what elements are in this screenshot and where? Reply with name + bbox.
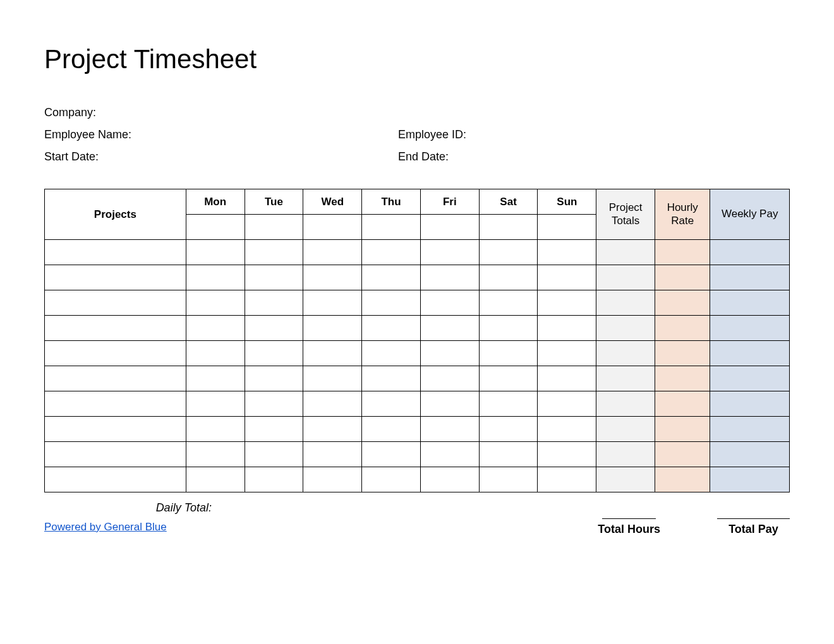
hours-cell[interactable] <box>303 265 362 290</box>
hours-cell[interactable] <box>538 290 596 316</box>
hours-cell[interactable] <box>538 240 596 265</box>
hourly-rate-cell[interactable] <box>655 341 710 366</box>
hours-cell[interactable] <box>420 290 479 316</box>
hours-cell[interactable] <box>362 265 421 290</box>
hours-cell[interactable] <box>245 417 303 442</box>
hourly-rate-cell[interactable] <box>655 391 710 417</box>
hours-cell[interactable] <box>303 391 362 417</box>
hours-cell[interactable] <box>245 240 303 265</box>
hours-cell[interactable] <box>245 265 303 290</box>
hours-cell[interactable] <box>479 417 538 442</box>
project-cell[interactable] <box>45 366 186 391</box>
project-cell[interactable] <box>45 290 186 316</box>
hours-cell[interactable] <box>245 290 303 316</box>
hours-cell[interactable] <box>303 240 362 265</box>
hours-cell[interactable] <box>245 316 303 341</box>
hours-cell[interactable] <box>538 366 596 391</box>
project-cell[interactable] <box>45 341 186 366</box>
hours-cell[interactable] <box>538 391 596 417</box>
hours-cell[interactable] <box>362 341 421 366</box>
hourly-rate-cell[interactable] <box>655 417 710 442</box>
hours-cell[interactable] <box>420 316 479 341</box>
hours-cell[interactable] <box>362 316 421 341</box>
hours-cell[interactable] <box>303 341 362 366</box>
day-header-thu: Thu <box>362 189 421 215</box>
hours-cell[interactable] <box>245 366 303 391</box>
hours-cell[interactable] <box>362 240 421 265</box>
hours-cell[interactable] <box>479 442 538 467</box>
hours-cell[interactable] <box>245 391 303 417</box>
hours-cell[interactable] <box>303 442 362 467</box>
hours-cell[interactable] <box>538 467 596 492</box>
hours-cell[interactable] <box>362 391 421 417</box>
hours-cell[interactable] <box>303 316 362 341</box>
hours-cell[interactable] <box>186 265 245 290</box>
hours-cell[interactable] <box>186 417 245 442</box>
hours-cell[interactable] <box>538 417 596 442</box>
hourly-rate-cell[interactable] <box>655 316 710 341</box>
hours-cell[interactable] <box>420 391 479 417</box>
hours-cell[interactable] <box>538 442 596 467</box>
hours-cell[interactable] <box>538 341 596 366</box>
hours-cell[interactable] <box>420 240 479 265</box>
project-cell[interactable] <box>45 265 186 290</box>
hours-cell[interactable] <box>362 417 421 442</box>
weekly-pay-cell <box>710 316 790 341</box>
hourly-rate-cell[interactable] <box>655 442 710 467</box>
hours-cell[interactable] <box>186 290 245 316</box>
hours-cell[interactable] <box>245 467 303 492</box>
hours-cell[interactable] <box>186 341 245 366</box>
hours-cell[interactable] <box>420 366 479 391</box>
hourly-rate-cell[interactable] <box>655 290 710 316</box>
hours-cell[interactable] <box>538 316 596 341</box>
hours-cell[interactable] <box>362 467 421 492</box>
hourly-rate-cell[interactable] <box>655 265 710 290</box>
hours-cell[interactable] <box>186 366 245 391</box>
hours-cell[interactable] <box>420 417 479 442</box>
hours-cell[interactable] <box>186 467 245 492</box>
hourly-rate-cell[interactable] <box>655 366 710 391</box>
project-cell[interactable] <box>45 391 186 417</box>
hours-cell[interactable] <box>186 391 245 417</box>
hours-cell[interactable] <box>362 442 421 467</box>
project-total-cell <box>596 366 655 391</box>
project-cell[interactable] <box>45 316 186 341</box>
hours-cell[interactable] <box>420 467 479 492</box>
project-cell[interactable] <box>45 442 186 467</box>
hours-cell[interactable] <box>303 467 362 492</box>
hours-cell[interactable] <box>245 442 303 467</box>
date-cell <box>245 215 303 240</box>
hours-cell[interactable] <box>420 265 479 290</box>
hours-cell[interactable] <box>186 442 245 467</box>
hours-cell[interactable] <box>186 240 245 265</box>
hours-cell[interactable] <box>479 290 538 316</box>
hours-cell[interactable] <box>362 290 421 316</box>
project-cell[interactable] <box>45 240 186 265</box>
hours-cell[interactable] <box>303 366 362 391</box>
table-row <box>45 366 790 391</box>
project-cell[interactable] <box>45 417 186 442</box>
hours-cell[interactable] <box>479 316 538 341</box>
project-cell[interactable] <box>45 467 186 492</box>
hours-cell[interactable] <box>479 467 538 492</box>
hourly-rate-cell[interactable] <box>655 240 710 265</box>
project-total-cell <box>596 316 655 341</box>
end-date-label: End Date: <box>398 150 790 164</box>
powered-by-link[interactable]: Powered by General Blue <box>44 521 167 534</box>
hours-cell[interactable] <box>479 366 538 391</box>
hours-cell[interactable] <box>303 290 362 316</box>
hours-cell[interactable] <box>362 366 421 391</box>
hours-cell[interactable] <box>303 417 362 442</box>
hours-cell[interactable] <box>420 341 479 366</box>
hours-cell[interactable] <box>479 391 538 417</box>
hours-cell[interactable] <box>479 341 538 366</box>
hours-cell[interactable] <box>186 316 245 341</box>
table-row <box>45 442 790 467</box>
hours-cell[interactable] <box>479 240 538 265</box>
hours-cell[interactable] <box>245 341 303 366</box>
hours-cell[interactable] <box>420 442 479 467</box>
hours-cell[interactable] <box>479 265 538 290</box>
hours-cell[interactable] <box>538 265 596 290</box>
weekly-pay-cell <box>710 240 790 265</box>
hourly-rate-cell[interactable] <box>655 467 710 492</box>
